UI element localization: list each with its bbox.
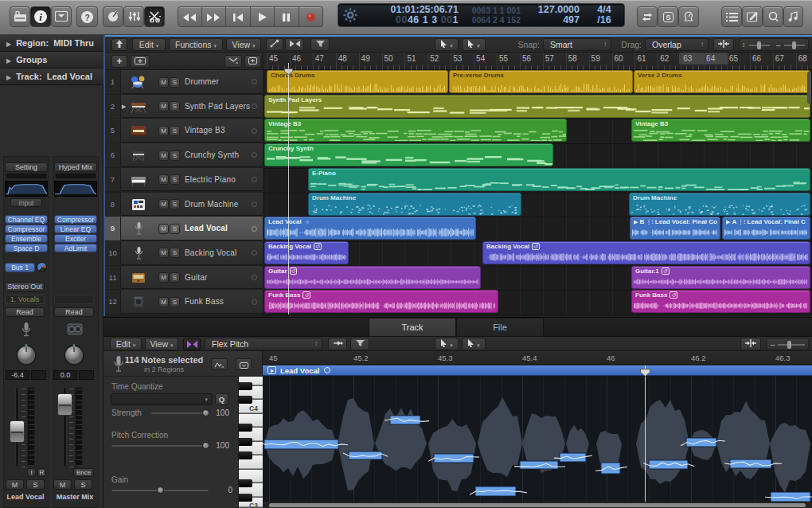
svg-text:i: i (39, 11, 42, 23)
svg-text:?: ? (84, 13, 90, 22)
svg-text:S: S (666, 14, 670, 21)
